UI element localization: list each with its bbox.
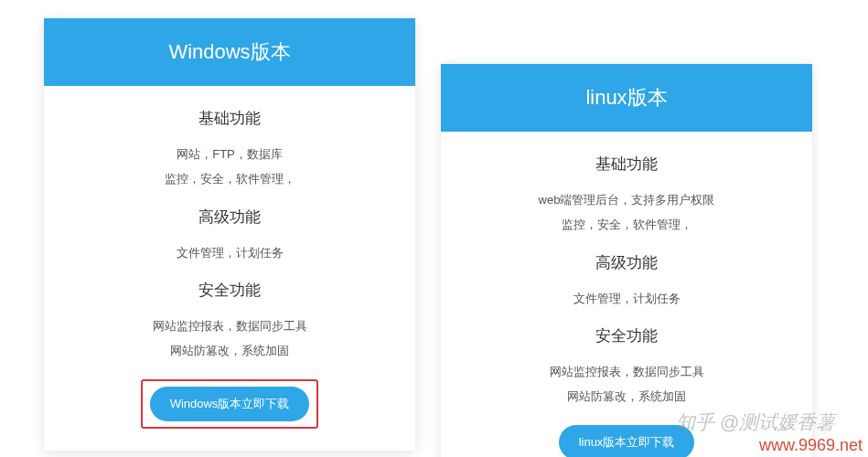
feature-line: 监控，安全，软件管理， [468, 212, 785, 237]
card-linux-header: linux版本 [441, 64, 812, 132]
section-heading: 基础功能 [468, 154, 785, 175]
section-heading: 安全功能 [71, 280, 388, 301]
feature-line: 网站防篡改，系统加固 [468, 384, 785, 409]
feature-line: 文件管理，计划任务 [71, 240, 388, 265]
section-heading: 基础功能 [71, 108, 388, 129]
download-linux-button[interactable]: linux版本立即下载 [559, 425, 695, 457]
section-heading: 安全功能 [468, 325, 785, 346]
card-windows-body: 基础功能 网站，FTP，数据库 监控，安全，软件管理， 高级功能 文件管理，计划… [44, 86, 415, 451]
section-heading: 高级功能 [468, 252, 785, 273]
feature-line: 网站，FTP，数据库 [71, 142, 388, 166]
feature-line: 文件管理，计划任务 [468, 286, 785, 311]
card-linux: linux版本 基础功能 web端管理后台，支持多用户权限 监控，安全，软件管理… [441, 64, 812, 457]
feature-line: web端管理后台，支持多用户权限 [468, 187, 785, 212]
feature-line: 网站监控报表，数据同步工具 [468, 359, 785, 384]
highlight-selection-box: Windows版本立即下载 [141, 379, 319, 429]
card-windows-header: Windows版本 [44, 18, 415, 86]
card-windows: Windows版本 基础功能 网站，FTP，数据库 监控，安全，软件管理， 高级… [44, 18, 415, 451]
feature-line: 监控，安全，软件管理， [71, 166, 388, 191]
section-heading: 高级功能 [71, 207, 388, 228]
feature-line: 网站监控报表，数据同步工具 [71, 314, 388, 338]
download-windows-button[interactable]: Windows版本立即下载 [150, 387, 310, 421]
card-linux-body: 基础功能 web端管理后台，支持多用户权限 监控，安全，软件管理， 高级功能 文… [441, 132, 812, 457]
feature-line: 网站防篡改，系统加固 [71, 338, 388, 363]
cards-container: Windows版本 基础功能 网站，FTP，数据库 监控，安全，软件管理， 高级… [0, 0, 868, 457]
